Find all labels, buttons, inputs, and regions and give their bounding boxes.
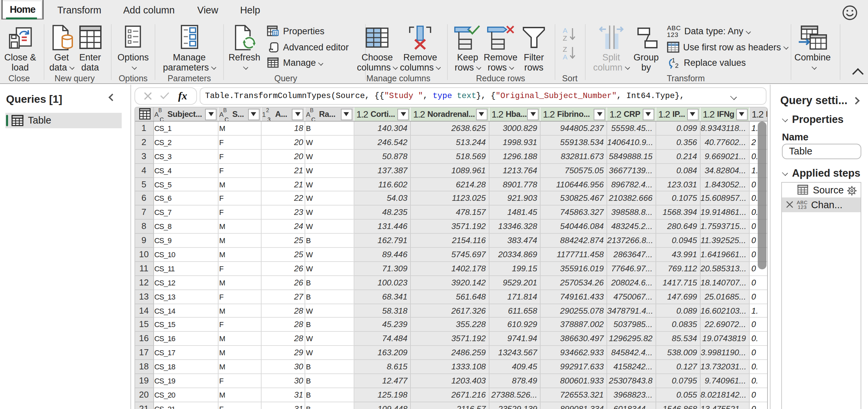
svg-text:1: 1 bbox=[672, 57, 675, 64]
svg-text:Z: Z bbox=[563, 34, 567, 42]
svg-text:A: A bbox=[563, 27, 567, 34]
svg-text:A: A bbox=[563, 53, 567, 61]
svg-text:2: 2 bbox=[675, 62, 679, 69]
svg-text:Z: Z bbox=[563, 45, 567, 53]
